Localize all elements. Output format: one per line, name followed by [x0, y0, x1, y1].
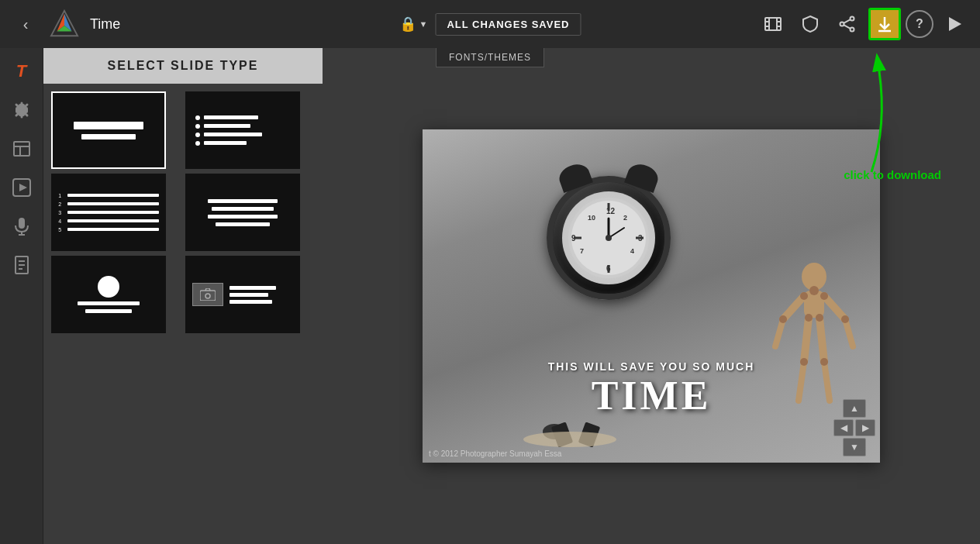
- svg-text:7: 7: [580, 247, 584, 255]
- mic-icon: [14, 216, 29, 236]
- svg-point-13: [840, 22, 844, 26]
- thumb-bullet-row-1: [195, 115, 258, 120]
- thumb-line: [204, 133, 262, 136]
- slide-thumb-5[interactable]: [51, 256, 166, 333]
- thumb-line: [67, 194, 159, 197]
- slide-thumb-4[interactable]: [185, 174, 300, 251]
- play-icon: [946, 15, 963, 33]
- notes-icon: [13, 255, 30, 275]
- thumb-num-2: 2: [58, 201, 64, 207]
- camera-icon: [200, 288, 216, 301]
- slide-main-title: TIME: [423, 376, 880, 416]
- download-icon: [875, 15, 894, 33]
- svg-text:12: 12: [606, 207, 616, 215]
- clock-face-svg: 12 6 3 9 2 4 10 7: [566, 195, 651, 281]
- thumb-role-line: [85, 309, 132, 313]
- text-icon: T: [16, 61, 26, 81]
- svg-point-65: [809, 286, 819, 295]
- sidebar-item-mic[interactable]: [5, 209, 39, 243]
- svg-point-70: [805, 314, 813, 322]
- svg-line-59: [824, 296, 845, 319]
- svg-text:3: 3: [638, 234, 643, 243]
- thumb-line: [204, 124, 250, 128]
- main-layout: T: [0, 48, 980, 544]
- thumb-line-2: [212, 207, 274, 211]
- sidebar-item-notes[interactable]: [5, 248, 39, 282]
- svg-point-11: [851, 17, 854, 21]
- nav-right-button[interactable]: ▶: [855, 419, 875, 436]
- sidebar-item-layout[interactable]: [5, 132, 39, 166]
- project-title: Time: [90, 16, 120, 33]
- sidebar-item-video[interactable]: [5, 170, 39, 205]
- svg-text:9: 9: [571, 234, 576, 243]
- slide-text-overlay: THIS WILL SAVE YOU SO MUCH TIME: [423, 360, 880, 416]
- svg-marker-28: [19, 184, 27, 191]
- thumb-line: [67, 219, 159, 222]
- slide-thumb-1[interactable]: [51, 91, 166, 169]
- thumb-bullet-row-4: [195, 141, 247, 146]
- shield-button[interactable]: [794, 8, 826, 40]
- nav-left-button[interactable]: ◀: [833, 419, 854, 436]
- photo-credit: t © 2012 Photographer Sumayah Essa: [429, 449, 561, 458]
- help-icon: ?: [916, 17, 923, 31]
- thumb-line: [67, 228, 159, 231]
- svg-line-15: [844, 25, 851, 29]
- slide-canvas[interactable]: 12 6 3 9 2 4 10 7: [423, 129, 880, 463]
- clock-face: 12 6 3 9 2 4 10 7: [562, 191, 655, 284]
- thumb-num-row-5: 5: [58, 227, 159, 232]
- thumb-num-5: 5: [58, 227, 64, 232]
- thumb-bullet-row-3: [195, 133, 262, 137]
- slide-thumb-3[interactable]: 1 2 3 4 5: [51, 174, 166, 251]
- thumb-name-line: [78, 301, 140, 305]
- thumb-text-2: [229, 293, 268, 297]
- svg-text:4: 4: [630, 247, 634, 255]
- svg-marker-17: [949, 17, 961, 31]
- slide-type-panel: SELECT SLIDE TYPE: [43, 48, 323, 544]
- svg-point-69: [841, 315, 849, 323]
- header: ‹ Time 🔒 ▼ ALL CHANGES SAVED: [0, 0, 980, 48]
- sidebar-item-text[interactable]: T: [5, 54, 39, 88]
- svg-point-71: [816, 314, 823, 322]
- svg-line-58: [775, 319, 783, 346]
- thumb-avatar-layout: [78, 276, 140, 313]
- thumb-bullet-row-2: [195, 124, 250, 129]
- svg-text:2: 2: [623, 214, 627, 222]
- film-icon: [764, 15, 782, 33]
- help-button[interactable]: ?: [906, 10, 933, 38]
- play-button[interactable]: [938, 8, 971, 40]
- thumb-num-row-3: 3: [58, 210, 159, 215]
- slide-thumb-2[interactable]: [185, 91, 300, 169]
- nav-down-button[interactable]: ▼: [843, 438, 866, 456]
- shield-icon: [802, 15, 819, 33]
- thumb-dot: [195, 141, 200, 146]
- svg-line-60: [845, 319, 853, 346]
- thumb-num-row-1: 1: [58, 193, 159, 198]
- film-button[interactable]: [757, 8, 789, 40]
- sidebar-item-asterisk[interactable]: [5, 93, 39, 127]
- download-button[interactable]: [868, 8, 901, 40]
- thumb-line: [204, 115, 258, 119]
- svg-rect-29: [19, 218, 25, 229]
- thumb-img-placeholder: [192, 283, 223, 306]
- lock-icon: 🔒: [399, 15, 416, 33]
- slide-thumb-6[interactable]: [185, 256, 300, 333]
- nav-row: ◀ ▶: [833, 419, 875, 436]
- thumb-num-row-4: 4: [58, 219, 159, 224]
- back-button[interactable]: ‹: [9, 8, 42, 40]
- sidebar-icons: T: [0, 48, 43, 544]
- slide-subtitle: THIS WILL SAVE YOU SO MUCH: [423, 360, 880, 373]
- lock-button[interactable]: 🔒 ▼: [399, 15, 428, 33]
- svg-point-12: [851, 28, 854, 32]
- clock-body: 12 6 3 9 2 4 10 7: [547, 176, 671, 300]
- thumb-title-bar: [74, 122, 143, 129]
- dropdown-icon: ▼: [419, 19, 428, 29]
- fonts-themes-tab[interactable]: FONTS/THEMES: [436, 48, 544, 67]
- play-circle-icon: [12, 177, 32, 198]
- share-button[interactable]: [831, 8, 864, 40]
- thumb-numbered-layout: 1 2 3 4 5: [58, 193, 159, 232]
- thumb-num-3: 3: [58, 210, 64, 215]
- thumb-line-4: [216, 222, 270, 226]
- thumb-num-1: 1: [58, 193, 64, 198]
- svg-point-54: [606, 235, 612, 241]
- saved-status: ALL CHANGES SAVED: [435, 13, 581, 36]
